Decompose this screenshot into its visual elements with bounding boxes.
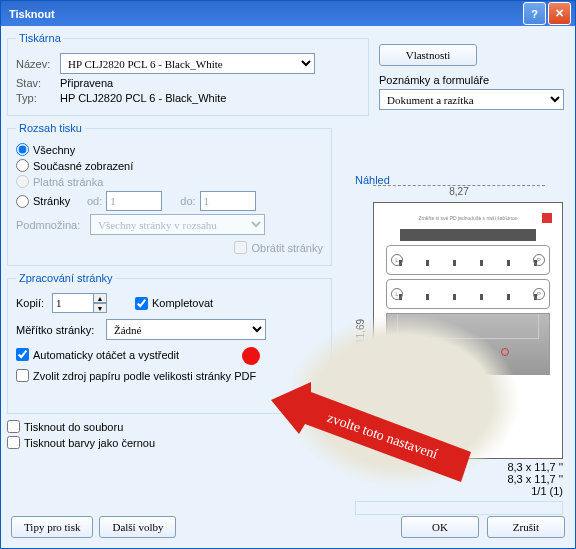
preview-logo-icon bbox=[542, 213, 552, 223]
preview-size1: 8,3 x 11,7 '' bbox=[355, 461, 563, 473]
collate-check[interactable] bbox=[135, 297, 148, 310]
copies-label: Kopií: bbox=[16, 297, 52, 309]
range-pages-label: Stránky bbox=[33, 195, 83, 207]
window-title: Tisknout bbox=[5, 8, 521, 20]
preview-page: Změřte si své PD jednoduše s naší šablon… bbox=[373, 202, 563, 459]
ruler-horizontal: 8,27 bbox=[373, 185, 545, 197]
source-label: Zvolit zdroj papíru podle velikosti strá… bbox=[33, 370, 256, 382]
range-from-label: od: bbox=[87, 195, 102, 207]
ok-button[interactable]: OK bbox=[401, 516, 479, 538]
help-button[interactable]: ? bbox=[523, 2, 546, 25]
close-button[interactable]: ✕ bbox=[548, 2, 571, 25]
preview-area: Náhled 8,27 11,69 Změřte si své PD jedno… bbox=[355, 174, 563, 515]
scale-label: Měřítko stránky: bbox=[16, 324, 106, 336]
printer-legend: Tiskárna bbox=[16, 32, 64, 44]
printer-group: Tiskárna Název: HP CLJ2820 PCL 6 - Black… bbox=[7, 32, 369, 116]
highlight-dot bbox=[242, 347, 260, 365]
collate-label: Kompletovat bbox=[152, 297, 213, 309]
range-all-label: Všechny bbox=[33, 144, 75, 156]
subset-label: Podmnožina: bbox=[16, 219, 90, 231]
handling-group: Zpracování stránky Kopií: ▲ ▼ Kompletova… bbox=[7, 272, 332, 414]
range-all-radio[interactable] bbox=[16, 143, 29, 156]
range-group: Rozsah tisku Všechny Současné zobrazení … bbox=[7, 122, 332, 266]
reverse-check bbox=[234, 241, 247, 254]
handling-legend: Zpracování stránky bbox=[16, 272, 116, 284]
scale-select[interactable]: Žádné bbox=[106, 319, 266, 340]
copies-up[interactable]: ▲ bbox=[93, 293, 107, 303]
reverse-label: Obrátit stránky bbox=[251, 242, 323, 254]
comments-select[interactable]: Dokument a razítka bbox=[379, 89, 564, 110]
subset-select: Všechny stránky v rozsahu bbox=[90, 214, 265, 235]
range-to-label: do: bbox=[180, 195, 195, 207]
asblack-check[interactable] bbox=[7, 436, 20, 449]
range-pages-radio[interactable] bbox=[16, 195, 29, 208]
more-button[interactable]: Další volby bbox=[99, 516, 176, 538]
ruler-vertical: 11,69 bbox=[355, 214, 367, 449]
printer-type-value: HP CLJ2820 PCL 6 - Black_White bbox=[60, 92, 226, 104]
range-view-radio[interactable] bbox=[16, 159, 29, 172]
asblack-label: Tisknout barvy jako černou bbox=[24, 437, 155, 449]
auto-label: Automaticky otáčet a vystředit bbox=[33, 349, 179, 361]
preview-size2: 8,3 x 11,7 '' bbox=[355, 473, 563, 485]
range-page-label: Platná stránka bbox=[33, 176, 103, 188]
copies-input[interactable] bbox=[52, 293, 94, 313]
titlebar: Tisknout ? ✕ bbox=[1, 1, 575, 26]
range-from-input[interactable] bbox=[106, 191, 162, 211]
properties-button[interactable]: Vlastnosti bbox=[379, 44, 477, 66]
printer-state-value: Připravena bbox=[60, 77, 113, 89]
preview-scrollbar[interactable] bbox=[355, 501, 563, 515]
tofile-check[interactable] bbox=[7, 420, 20, 433]
range-to-input[interactable] bbox=[200, 191, 256, 211]
range-view-label: Současné zobrazení bbox=[33, 160, 133, 172]
range-legend: Rozsah tisku bbox=[16, 122, 85, 134]
tips-button[interactable]: Tipy pro tisk bbox=[11, 516, 93, 538]
auto-check[interactable] bbox=[16, 348, 29, 361]
copies-down[interactable]: ▼ bbox=[93, 303, 107, 313]
print-dialog: Tisknout ? ✕ Tiskárna Název: HP CLJ2820 … bbox=[0, 0, 576, 549]
comments-label: Poznámky a formuláře bbox=[379, 74, 489, 86]
source-check[interactable] bbox=[16, 369, 29, 382]
range-page-radio bbox=[16, 175, 29, 188]
printer-name-label: Název: bbox=[16, 58, 60, 70]
tofile-label: Tisknout do souboru bbox=[24, 421, 123, 433]
cancel-button[interactable]: Zrušit bbox=[487, 516, 565, 538]
printer-type-label: Typ: bbox=[16, 92, 60, 104]
printer-state-label: Stav: bbox=[16, 77, 60, 89]
preview-pages: 1/1 (1) bbox=[355, 485, 563, 497]
printer-name-select[interactable]: HP CLJ2820 PCL 6 - Black_White bbox=[60, 53, 315, 74]
